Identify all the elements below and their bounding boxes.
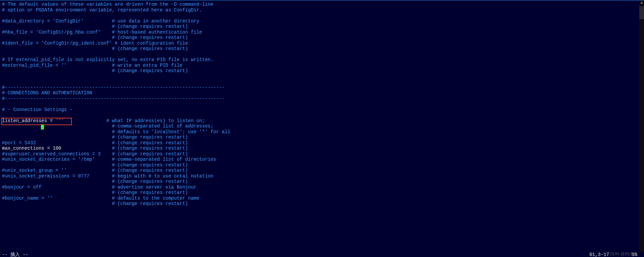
code-line: #superuser_reserved_connections = 3 # (c… <box>2 151 638 157</box>
code-line: #data_directory = 'ConfigDir' # use data… <box>2 18 638 24</box>
code-line: # (change requires restart) <box>2 24 638 30</box>
code-line: # (change requires restart) <box>2 35 638 41</box>
scroll-thumb[interactable] <box>639 6 644 19</box>
code-line: listen_addresses = '*' # what IP address… <box>2 118 638 124</box>
status-position: 61,3-17 <box>589 252 609 257</box>
code-line: # (change requires restart) <box>2 46 638 52</box>
code-line: # comma-separated list of addresses; <box>2 123 638 129</box>
code-line: #---------------------------------------… <box>2 96 638 102</box>
code-line: # defaults to 'localhost'; use '*' for a… <box>2 129 638 135</box>
code-line <box>2 79 638 85</box>
code-line: #external_pid_file = '' # write an extra… <box>2 63 638 68</box>
code-span: '*' <box>56 118 64 123</box>
code-line: # (change requires restart) <box>2 135 638 140</box>
watermark: CSDN @鸡水泉 <box>607 251 638 257</box>
code-line: # (change requires restart) <box>2 162 638 168</box>
code-line: #bonjour = off # advertise server via Bo… <box>2 185 638 190</box>
code-line: #bonjour_name = '' # defaults to the com… <box>2 196 638 201</box>
code-line: # The default values of these variables … <box>2 2 638 7</box>
code-line: #---------------------------------------… <box>2 85 638 91</box>
code-span: max_connections = 100 <box>2 146 112 151</box>
code-line: #ident_file = 'ConfigDir/pg_ident.conf' … <box>2 41 638 46</box>
code-line: #unix_socket_directories = '/tmp' # comm… <box>2 157 638 162</box>
code-line: # (change requires restart) <box>2 68 638 74</box>
code-line: #unix_socket_group = '' # (change requir… <box>2 168 638 173</box>
code-line: #unix_socket_permissions = 0777 # begin … <box>2 173 638 179</box>
code-span: # what IP address(es) to listen on; <box>106 118 205 123</box>
code-line <box>2 112 638 118</box>
code-line <box>2 13 638 18</box>
code-line <box>2 101 638 107</box>
scrollbar[interactable]: ▲ <box>639 0 644 257</box>
code-line: # (change requires restart) <box>2 201 638 207</box>
text-cursor <box>41 124 44 130</box>
status-bar: -- 插入 -- 61,3-17 5% <box>0 252 644 257</box>
code-line <box>2 52 638 57</box>
code-line: #port = 5432 # (change requires restart) <box>2 140 638 146</box>
code-line: # (change requires restart) <box>2 190 638 196</box>
scroll-up-icon[interactable]: ▲ <box>639 0 644 5</box>
status-mode: -- 插入 -- <box>2 252 28 257</box>
code-line: # CONNECTIONS AND AUTHENTICATION <box>2 90 638 96</box>
code-line: #hba_file = 'ConfigDir/pg_hba.conf' # ho… <box>2 30 638 35</box>
code-span: # (change requires restart) <box>112 146 188 151</box>
code-line: # option or PGDATA environment variable,… <box>2 7 638 13</box>
code-span: listen_addresses = <box>2 118 56 123</box>
code-line: # If external_pid_file is not explicitly… <box>2 57 638 63</box>
code-line <box>2 74 638 80</box>
editor-viewport[interactable]: # The default values of these variables … <box>0 0 640 252</box>
code-line: max_connections = 100 # (change requires… <box>2 146 638 151</box>
code-line: # (change requires restart) <box>2 179 638 185</box>
code-line: # - Connection Settings - <box>2 107 638 113</box>
code-span <box>64 118 106 123</box>
